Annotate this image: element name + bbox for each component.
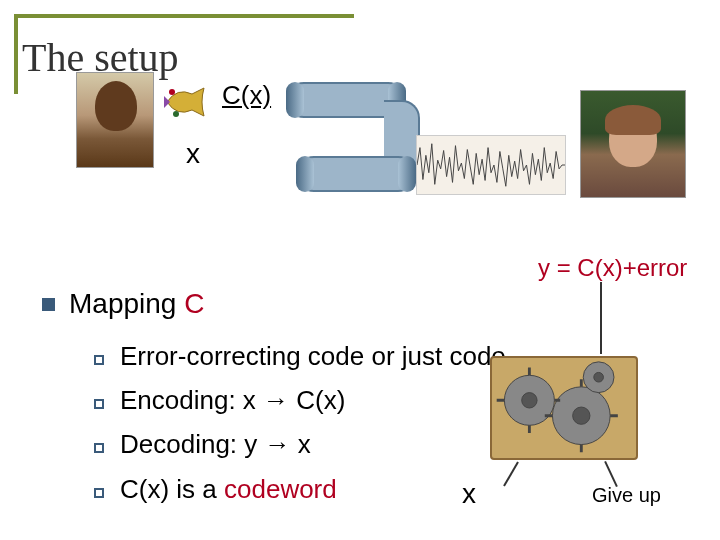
received-y-label: y = C(x)+error	[538, 254, 687, 282]
list-item: Error-correcting code or just code	[94, 334, 506, 378]
svg-point-7	[594, 372, 604, 382]
list-item: Decoding: y → x	[94, 422, 506, 466]
bullet-hollow-icon	[94, 443, 104, 453]
message-x-label: x	[186, 138, 200, 170]
svg-point-0	[169, 89, 175, 95]
svg-point-1	[173, 111, 179, 117]
accent-border-left	[14, 14, 18, 94]
channel-pipe-icon	[286, 82, 416, 192]
bullet-hollow-icon	[94, 399, 104, 409]
list-item: Encoding: x → C(x)	[94, 378, 506, 422]
svg-point-3	[522, 393, 537, 408]
noise-waveform-icon	[416, 135, 566, 195]
decoder-gears-icon	[490, 356, 638, 460]
bullet-square-icon	[42, 298, 55, 311]
bullet-list: Error-correcting code or just code Encod…	[94, 334, 506, 511]
svg-point-5	[573, 407, 590, 424]
decoded-x-label: x	[462, 478, 476, 510]
sender-photo	[76, 72, 154, 168]
accent-border-top	[14, 14, 354, 18]
encoder-icon	[162, 82, 212, 122]
give-up-label: Give up	[592, 484, 661, 507]
list-item: C(x) is a codeword	[94, 467, 506, 511]
bullet-hollow-icon	[94, 488, 104, 498]
codeword-label: C(x)	[222, 80, 271, 111]
receiver-photo	[580, 90, 686, 198]
mapping-heading: Mapping C	[42, 288, 204, 320]
bullet-hollow-icon	[94, 355, 104, 365]
arrow-to-decoder	[600, 282, 602, 354]
